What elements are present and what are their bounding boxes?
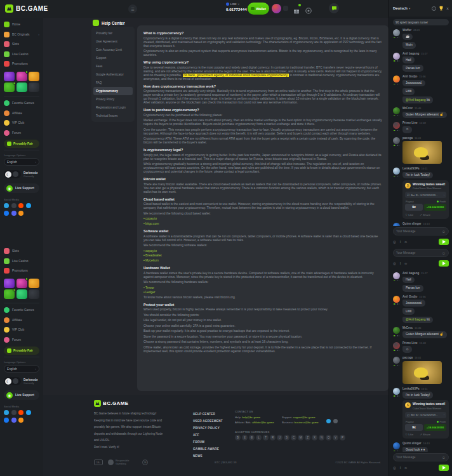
telegram-icon[interactable] bbox=[4, 410, 9, 415]
help-menu-item-fees[interactable]: Fees bbox=[93, 62, 133, 70]
help-menu-item-cryptocurrency[interactable]: Cryptocurrency bbox=[93, 87, 133, 95]
medium-icon[interactable] bbox=[11, 410, 17, 415]
game-tile-tile-twist[interactable] bbox=[4, 72, 15, 81]
bitcointalk-icon[interactable] bbox=[18, 211, 23, 216]
chat-language-select[interactable]: Deutsch bbox=[393, 6, 408, 10]
coin-flip-icon[interactable]: ◎ bbox=[393, 240, 396, 244]
twitter-icon[interactable] bbox=[26, 203, 31, 208]
close-chat-icon[interactable]: × bbox=[446, 6, 449, 11]
telegram-icon[interactable] bbox=[4, 203, 9, 208]
trophy-icon[interactable] bbox=[439, 6, 444, 11]
avatar[interactable] bbox=[393, 442, 400, 449]
user-avatar[interactable] bbox=[272, 4, 281, 13]
chat-message-input[interactable]: Your Message☺ bbox=[393, 249, 449, 257]
bet-share-card[interactable]: $Winning tastes sweet!CaboChase Slow Mom… bbox=[402, 400, 449, 439]
sidebar-item-favorite-games[interactable]: Favorite Games bbox=[4, 98, 39, 109]
mention-link[interactable]: @Anil bagang bbox=[406, 317, 426, 321]
wallet-button[interactable]: Wallet bbox=[248, 3, 269, 15]
avatar[interactable] bbox=[393, 388, 400, 395]
coin-flip-icon[interactable]: ◎ bbox=[393, 466, 396, 470]
game-tile-tile-gem[interactable] bbox=[17, 289, 27, 299]
reddit-icon[interactable] bbox=[18, 203, 23, 208]
avatar[interactable] bbox=[393, 107, 400, 114]
avatar[interactable] bbox=[393, 357, 400, 364]
wallet-link[interactable]: • bitgo.com bbox=[143, 222, 382, 227]
game-tile-tile-list[interactable] bbox=[29, 289, 39, 299]
sidebar-item-live-casino[interactable]: Live Casino bbox=[4, 50, 39, 60]
discord-icon[interactable] bbox=[11, 418, 17, 423]
sidebar-item-vip-club[interactable]: VIP Club bbox=[4, 325, 39, 335]
sidebar-item-provably-fair[interactable]: Provably Fair bbox=[4, 140, 39, 148]
send-button[interactable] bbox=[439, 260, 449, 267]
footer-link-forum[interactable]: FORUM bbox=[193, 439, 223, 446]
discord-icon[interactable] bbox=[11, 211, 17, 216]
game-tile-tile-list[interactable] bbox=[29, 83, 39, 92]
sidebar-item-provably-fair[interactable]: Provably Fair bbox=[4, 347, 39, 355]
avatar[interactable] bbox=[393, 122, 400, 129]
like-button[interactable]: ♡ Like bbox=[405, 213, 413, 216]
chat-image[interactable] bbox=[402, 361, 442, 384]
coin-flip-icon[interactable]: ◎ bbox=[393, 261, 396, 265]
sidebar-item-slots[interactable]: Slots bbox=[4, 39, 39, 50]
avatar[interactable] bbox=[393, 327, 400, 334]
help-menu-item-registration-and-login[interactable]: Registration and Login bbox=[93, 103, 133, 112]
theme-toggle-pill[interactable]: ☾ bbox=[4, 377, 21, 385]
language-select[interactable]: English› bbox=[4, 365, 39, 373]
wallet-link[interactable]: • Ledger bbox=[143, 291, 382, 295]
avatar[interactable] bbox=[393, 29, 400, 36]
game-tile-tile-twist[interactable] bbox=[4, 279, 15, 288]
chat-message-input[interactable]: Your Message☺ bbox=[393, 227, 449, 235]
game-tile-tile-gem[interactable] bbox=[17, 83, 27, 92]
sidebar-item-promotions[interactable]: Promotions bbox=[4, 59, 39, 69]
mention-link[interactable]: @Anil bagang bbox=[406, 98, 426, 102]
emoji-icon[interactable]: ☺ bbox=[442, 456, 446, 459]
footer-link-aff[interactable]: AFF bbox=[193, 432, 223, 439]
game-tile-tile-flask[interactable] bbox=[4, 83, 15, 92]
sidebar-item-promotions[interactable]: Promotions bbox=[4, 266, 39, 276]
chat-message-input[interactable]: Your Message☺ bbox=[393, 453, 449, 461]
link-icon[interactable]: ∞ bbox=[404, 240, 407, 244]
wallet-link[interactable]: • Breadwallet bbox=[143, 254, 382, 258]
sidebar-item-slots[interactable]: Slots bbox=[4, 246, 39, 256]
reddit-icon[interactable] bbox=[18, 410, 23, 415]
emoji-icon[interactable]: ☺ bbox=[442, 230, 446, 234]
avatar[interactable] bbox=[393, 296, 400, 303]
help-menu-item-google-authenticator[interactable]: Google Authenticator bbox=[93, 70, 133, 79]
facebook-icon[interactable] bbox=[4, 211, 9, 216]
live-support-button[interactable]: ◉Live Support bbox=[4, 183, 39, 193]
contact-email-link[interactable]: help@bc.game bbox=[242, 416, 260, 419]
bitcointalk-icon[interactable] bbox=[18, 418, 23, 423]
sidebar-toggle-button[interactable]: ☰ bbox=[128, 4, 137, 13]
twitter-icon[interactable] bbox=[26, 410, 31, 415]
font-icon[interactable]: I bbox=[400, 261, 401, 265]
skype-icon[interactable] bbox=[333, 419, 338, 423]
chat-image[interactable] bbox=[402, 141, 442, 164]
game-tile-tile-ball[interactable] bbox=[17, 72, 27, 81]
sidebar-item-affiliate[interactable]: Affiliate bbox=[4, 315, 39, 326]
wallet-link[interactable]: • Trezor bbox=[143, 286, 382, 291]
share-button[interactable]: ↗ Share bbox=[420, 213, 430, 216]
footer-link-gamble-aware[interactable]: GAMBLE AWARE bbox=[193, 446, 223, 453]
send-button[interactable] bbox=[439, 239, 449, 245]
theme-toggle[interactable]: ☾DarkmodeCurrently bbox=[4, 377, 39, 385]
facebook-icon[interactable] bbox=[4, 418, 9, 423]
bet-id-row[interactable]: ⚁Bet ID: #4702320919...› bbox=[405, 412, 446, 418]
rank-badge[interactable] bbox=[283, 6, 288, 11]
sidebar-item-bc-originals[interactable]: BC Originals› bbox=[4, 30, 39, 40]
font-icon[interactable]: I bbox=[400, 466, 401, 470]
footer-link-news[interactable]: NEWS bbox=[193, 453, 223, 459]
language-select[interactable]: English› bbox=[4, 158, 39, 166]
bet-share-card[interactable]: $Winning tastes sweet!CaboChase Slow Mom… bbox=[402, 180, 449, 219]
contact-email-link[interactable]: support@bc.game bbox=[293, 416, 315, 419]
game-tile-tile-coin[interactable] bbox=[29, 279, 39, 288]
wallet-link[interactable]: • Mycelium bbox=[143, 259, 382, 263]
live-support-button[interactable]: ◉Live Support bbox=[4, 390, 39, 400]
avatar[interactable] bbox=[393, 53, 400, 60]
sidebar-item-live-casino[interactable]: Live Casino bbox=[4, 256, 39, 267]
avatar[interactable] bbox=[393, 342, 400, 349]
contact-email-link[interactable]: business@bc.game bbox=[295, 421, 319, 424]
chat-toggle-icon[interactable] bbox=[329, 3, 339, 13]
help-menu-item-technical-issues[interactable]: Technical Issues bbox=[93, 112, 133, 120]
wallet-link[interactable]: • copay.io bbox=[143, 217, 382, 221]
avatar[interactable] bbox=[393, 137, 400, 144]
